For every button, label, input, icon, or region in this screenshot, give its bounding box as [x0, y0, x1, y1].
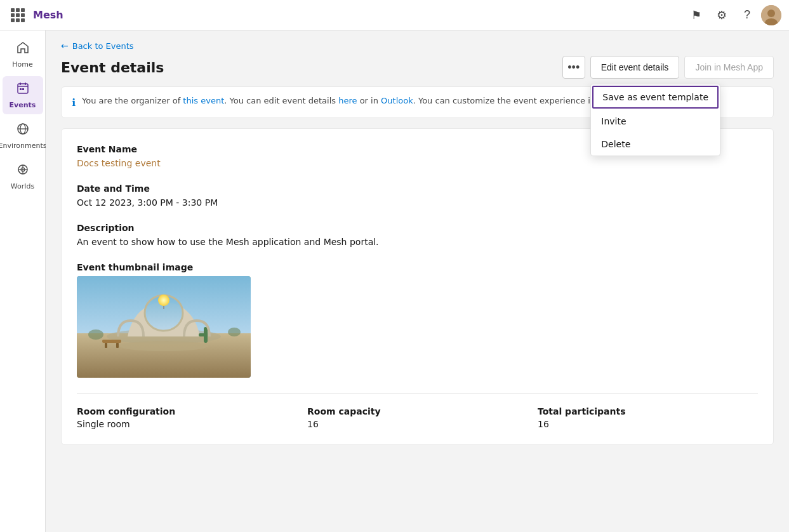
svg-rect-5	[20, 83, 21, 85]
app-body: Home Events	[0, 30, 789, 532]
dropdown-menu: Save as event template Invite Delete	[590, 84, 720, 156]
edit-event-button[interactable]: Edit event details	[590, 56, 680, 79]
info-text: You are the organizer of this event. You…	[82, 96, 641, 105]
environments-icon	[16, 122, 30, 139]
thumbnail-label: Event thumbnail image	[77, 262, 758, 272]
svg-rect-8	[22, 88, 24, 90]
main-content: ← Back to Events Event details ••• Edit …	[46, 30, 789, 532]
description-section: Description An event to show how to use …	[77, 223, 758, 247]
settings-icon[interactable]: ⚙	[710, 4, 733, 27]
sidebar-label-events: Events	[10, 101, 36, 109]
svg-point-1	[767, 10, 775, 17]
sidebar-label-home: Home	[12, 60, 32, 69]
more-options-button[interactable]: •••	[562, 56, 585, 79]
topbar-icons: ⚑ ⚙ ?	[685, 4, 781, 27]
svg-point-30	[228, 328, 241, 336]
room-capacity-label: Room capacity	[307, 406, 527, 416]
back-arrow-icon: ←	[61, 41, 69, 51]
card-divider	[77, 393, 758, 394]
dropdown-delete[interactable]: Delete	[591, 133, 720, 156]
event-card: Event Name Docs testing event Date and T…	[61, 128, 774, 445]
datetime-value: Oct 12 2023, 3:00 PM - 3:30 PM	[77, 197, 758, 208]
join-mesh-button: Join in Mesh App	[684, 56, 774, 79]
here-link[interactable]: here	[338, 96, 357, 105]
app-logo: Mesh	[33, 9, 63, 21]
datetime-label: Date and Time	[77, 183, 758, 194]
svg-rect-6	[25, 83, 26, 85]
svg-rect-24	[102, 340, 121, 343]
total-participants-value: 16	[538, 419, 758, 429]
back-link-text: Back to Events	[72, 41, 134, 51]
description-label: Description	[77, 223, 758, 233]
worlds-icon	[16, 163, 30, 180]
page-title-row: Event details ••• Edit event details Joi…	[61, 56, 774, 79]
room-info-row: Room configuration Single room Room capa…	[77, 406, 758, 429]
info-icon: ℹ	[72, 96, 76, 109]
svg-point-29	[88, 329, 103, 340]
event-name-value: Docs testing event	[77, 158, 758, 168]
sidebar-label-worlds: Worlds	[11, 182, 34, 190]
room-config-value: Single room	[77, 419, 297, 429]
svg-rect-26	[116, 343, 119, 348]
back-link[interactable]: ← Back to Events	[61, 41, 774, 51]
sidebar-label-environments: Environments	[0, 142, 46, 150]
home-icon	[16, 41, 30, 58]
page-title: Event details	[61, 60, 164, 76]
this-event-link[interactable]: this event	[183, 96, 224, 105]
event-datetime-section: Date and Time Oct 12 2023, 3:00 PM - 3:3…	[77, 183, 758, 208]
sidebar-item-environments[interactable]: Environments	[3, 117, 43, 155]
svg-rect-28	[199, 333, 208, 336]
thumbnail-image	[77, 276, 251, 378]
dropdown-save-template[interactable]: Save as event template	[592, 86, 719, 109]
total-participants-label: Total participants	[538, 406, 758, 416]
room-capacity-value: 16	[307, 419, 527, 429]
svg-point-23	[119, 341, 208, 351]
svg-rect-7	[20, 88, 22, 90]
help-icon[interactable]: ?	[736, 4, 759, 27]
header-actions: ••• Edit event details Join in Mesh App …	[562, 56, 774, 79]
events-icon	[16, 81, 30, 98]
room-capacity-section: Room capacity 16	[307, 406, 527, 429]
sidebar-item-events[interactable]: Events	[3, 76, 43, 114]
dropdown-invite[interactable]: Invite	[591, 110, 720, 133]
avatar-image	[761, 5, 781, 25]
description-value: An event to show how to use the Mesh app…	[77, 237, 758, 247]
sidebar: Home Events	[0, 30, 46, 532]
room-config-label: Room configuration	[77, 406, 297, 416]
outlook-link[interactable]: Outlook	[381, 96, 413, 105]
room-config-section: Room configuration Single room	[77, 406, 297, 429]
avatar[interactable]	[761, 5, 781, 25]
sidebar-item-worlds[interactable]: Worlds	[3, 157, 43, 196]
grid-icon	[11, 8, 25, 22]
sidebar-item-home[interactable]: Home	[3, 36, 43, 74]
flag-icon[interactable]: ⚑	[685, 4, 708, 27]
total-participants-section: Total participants 16	[538, 406, 758, 429]
content-header: ← Back to Events Event details ••• Edit …	[46, 30, 789, 86]
svg-rect-25	[105, 343, 107, 348]
svg-point-22	[158, 295, 169, 306]
apps-icon[interactable]	[8, 5, 28, 25]
thumbnail-section: Event thumbnail image	[77, 262, 758, 378]
topbar: Mesh ⚑ ⚙ ?	[0, 0, 789, 30]
thumbnail-svg	[77, 276, 251, 378]
